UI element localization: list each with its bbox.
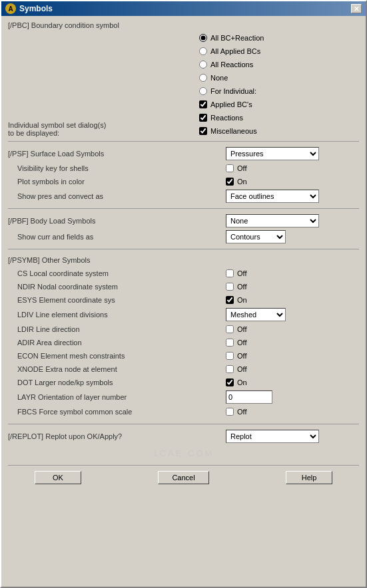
checkbox-applied-bcs[interactable]	[199, 100, 207, 108]
psf-color-label: Plot symbols in color	[17, 178, 220, 186]
radio-all-applied-bcs-input[interactable]	[199, 47, 207, 55]
psymb-cs-checkbox[interactable]	[226, 269, 234, 277]
app-icon: A	[5, 3, 16, 14]
psf-convect-row: Show pres and convect as Face outlines A…	[8, 188, 359, 204]
psymb-adir-row: ADIR Area direction Off	[8, 336, 359, 349]
psymb-ndir-label: NDIR Nodal coordinate system	[17, 283, 220, 291]
psymb-xnode-label: XNODE Extra node at element	[17, 365, 220, 373]
psymb-dot-checkbox[interactable]	[226, 378, 234, 386]
window-title: Symbols	[19, 4, 53, 13]
radio-none: None	[199, 72, 359, 84]
radio-for-individual-label: For Individual:	[210, 87, 256, 95]
psymb-layr-row: LAYR Orientation of layer number	[8, 389, 359, 405]
pbf-fields-row: Show curr and fields as Contours Arrows …	[8, 229, 359, 245]
psymb-cs-value: Off	[237, 269, 246, 277]
pbf-fields-label: Show curr and fields as	[17, 233, 220, 241]
psymb-esys-checkbox[interactable]	[226, 296, 234, 304]
radio-all-reactions-input[interactable]	[199, 61, 207, 69]
close-button[interactable]: ✕	[351, 4, 362, 13]
replot-label: [/REPLOT] Replot upon OK/Apply?	[8, 432, 220, 440]
pbf-header-row: [/PBF] Body Load Symbols None Forces Pre…	[8, 213, 359, 229]
psymb-dot-row: DOT Larger node/kp symbols On	[8, 376, 359, 389]
help-button[interactable]: Help	[286, 471, 332, 484]
psymb-ldir-row: LDIR Line direction Off	[8, 323, 359, 336]
psymb-section: [/PSYMB] Other Symbols CS Local coordina…	[8, 253, 359, 418]
individual-label2: to be displayed:	[8, 129, 199, 137]
watermark: 1CAE.COM	[8, 447, 359, 460]
radio-all-bc-reaction: All BC+Reaction	[199, 32, 359, 44]
psymb-xnode-row: XNODE Extra node at element Off	[8, 363, 359, 376]
psymb-dot-label: DOT Larger node/kp symbols	[17, 378, 220, 386]
footer: OK Cancel Help	[8, 465, 359, 490]
psymb-esys-value: On	[237, 296, 247, 304]
dialog-content: [/PBC] Boundary condition symbol Individ…	[1, 16, 366, 587]
pbc-section: [/PBC] Boundary condition symbol Individ…	[8, 21, 359, 142]
psf-visibility-value: Off	[237, 164, 246, 172]
radio-none-label: None	[210, 74, 228, 82]
symbols-dialog: A Symbols ✕ [/PBC] Boundary condition sy…	[0, 0, 367, 588]
checkbox-reactions[interactable]	[199, 114, 207, 122]
psymb-fbcs-value: Off	[237, 408, 246, 416]
pbf-combo[interactable]: None Forces Pressures	[226, 214, 319, 227]
psymb-cs-row: CS Local coordinate system Off	[8, 267, 359, 280]
psf-combo[interactable]: Pressures Forces None	[226, 147, 319, 160]
checkbox-reactions-row: Reactions	[199, 112, 359, 124]
psymb-adir-label: ADIR Area direction	[17, 339, 220, 347]
checkbox-miscellaneous[interactable]	[199, 127, 207, 135]
radio-for-individual-input[interactable]	[199, 87, 207, 95]
radio-all-reactions-label: All Reactions	[210, 61, 253, 69]
psymb-fbcs-label: FBCS Force symbol common scale	[17, 408, 220, 416]
replot-row: [/REPLOT] Replot upon OK/Apply? Replot N…	[8, 428, 359, 444]
psymb-econ-row: ECON Element mesh constraints Off	[8, 349, 359, 363]
psf-visibility-row: Visibility key for shells Off	[8, 162, 359, 175]
radio-all-bc-reaction-input[interactable]	[199, 34, 207, 42]
psf-visibility-checkbox[interactable]	[226, 164, 234, 172]
replot-combo[interactable]: Replot No Replot	[226, 430, 319, 443]
psf-header: [/PSF] Surface Load Symbols	[8, 150, 220, 158]
checkbox-miscellaneous-label: Miscellaneous	[210, 127, 257, 135]
psymb-header: [/PSYMB] Other Symbols	[8, 256, 359, 264]
individual-label1: Individual symbol set dialog(s)	[8, 121, 199, 129]
psf-section: [/PSF] Surface Load Symbols Pressures Fo…	[8, 146, 359, 209]
radio-none-input[interactable]	[199, 74, 207, 82]
pbf-fields-combo[interactable]: Contours Arrows None	[226, 230, 286, 243]
psymb-econ-label: ECON Element mesh constraints	[17, 352, 220, 360]
radio-all-applied-bcs-label: All Applied BCs	[210, 47, 260, 55]
ok-button[interactable]: OK	[35, 471, 81, 484]
psymb-ldir-label: LDIR Line direction	[17, 325, 220, 333]
checkbox-applied-bcs-row: Applied BC's	[199, 98, 359, 110]
psymb-xnode-checkbox[interactable]	[226, 365, 234, 373]
pbf-header: [/PBF] Body Load Symbols	[8, 217, 220, 225]
psymb-esys-row: ESYS Element coordinate sys On	[8, 293, 359, 307]
psymb-ldiv-combo[interactable]: Meshed None On	[226, 308, 286, 321]
checkbox-applied-bcs-label: Applied BC's	[210, 100, 252, 108]
psymb-header-row: [/PSYMB] Other Symbols	[8, 253, 359, 267]
checkbox-miscellaneous-row: Miscellaneous	[199, 125, 359, 137]
pbc-left: Individual symbol set dialog(s) to be di…	[8, 32, 199, 137]
pbc-inner: Individual symbol set dialog(s) to be di…	[8, 32, 359, 137]
psf-header-row: [/PSF] Surface Load Symbols Pressures Fo…	[8, 146, 359, 162]
pbc-header: [/PBC] Boundary condition symbol	[8, 21, 359, 29]
psymb-ndir-checkbox[interactable]	[226, 283, 234, 291]
radio-all-bc-reaction-label: All BC+Reaction	[210, 34, 264, 42]
psymb-dot-value: On	[237, 378, 247, 386]
psymb-adir-value: Off	[237, 339, 246, 347]
psymb-fbcs-row: FBCS Force symbol common scale Off	[8, 405, 359, 418]
cancel-button[interactable]: Cancel	[158, 471, 208, 484]
radio-all-reactions: All Reactions	[199, 59, 359, 71]
psymb-adir-checkbox[interactable]	[226, 339, 234, 347]
psymb-econ-checkbox[interactable]	[226, 352, 234, 360]
psf-color-value: On	[237, 178, 247, 186]
psf-color-checkbox[interactable]	[226, 178, 234, 186]
psymb-xnode-value: Off	[237, 365, 246, 373]
replot-section: [/REPLOT] Replot upon OK/Apply? Replot N…	[8, 424, 359, 444]
psymb-esys-label: ESYS Element coordinate sys	[17, 296, 220, 304]
pbf-section: [/PBF] Body Load Symbols None Forces Pre…	[8, 213, 359, 249]
checkbox-reactions-label: Reactions	[210, 114, 243, 122]
psymb-layr-input[interactable]	[226, 390, 272, 404]
psymb-fbcs-checkbox[interactable]	[226, 408, 234, 416]
radio-all-applied-bcs: All Applied BCs	[199, 45, 359, 57]
psf-visibility-label: Visibility key for shells	[17, 164, 220, 172]
psymb-ldir-checkbox[interactable]	[226, 325, 234, 333]
psf-convect-combo[interactable]: Face outlines Arrows Contours	[226, 190, 319, 203]
